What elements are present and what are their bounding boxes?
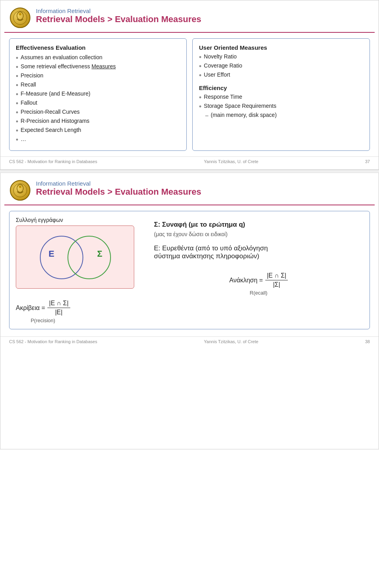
slide2-header-text: Information Retrieval Retrieval Models >…: [36, 180, 201, 197]
list-item: • R-Precision and Histograms: [16, 118, 180, 125]
slide1-footer: CS 562 - Motivation for Ranking in Datab…: [0, 156, 379, 167]
list-item: • …: [16, 136, 180, 143]
formula-recall-block: Ανάκληση = |E ∩ Σ| |Σ| R(ecall): [154, 272, 363, 296]
slide2-subtitle: Information Retrieval: [36, 180, 201, 187]
page-divider: [0, 170, 379, 173]
list-item: • Storage Space Requirements: [199, 103, 363, 110]
circle-e-label: E: [49, 249, 54, 259]
e-description-title2: σύστημα ανάκτησης πληροφοριών): [154, 252, 259, 260]
list-item: • Coverage Ratio: [199, 62, 363, 70]
item-text: Coverage Ratio: [204, 62, 242, 69]
slide-1: Information Retrieval Retrieval Models >…: [0, 0, 379, 170]
list-item: • F-Measure (and E-Measure): [16, 90, 180, 98]
formula-precision: Ακρίβεια = |E ∩ Σ| |E| P(recision): [16, 300, 70, 323]
circle-sigma-label: Σ: [97, 249, 102, 259]
item-text: Recall: [21, 81, 36, 88]
item-text: Response Time: [204, 94, 242, 100]
slide1-left-box: Effectiveness Evaluation • Assumes an ev…: [9, 38, 187, 151]
item-text: User Effort: [204, 71, 230, 78]
item-text: Some retrieval effectiveness Measures: [21, 63, 116, 70]
formula-recall: Ανάκληση = |E ∩ Σ| |Σ| R(ecall): [154, 272, 363, 296]
efficiency-title: Efficiency: [199, 85, 363, 91]
fraction-precision: |E ∩ Σ| |E|: [47, 300, 70, 316]
e-description-title: Ε: Ευρεθέντα (από το υπό αξιολόγηση: [154, 244, 268, 252]
svg-point-2: [19, 13, 21, 15]
slide1-content: Effectiveness Evaluation • Assumes an ev…: [0, 33, 379, 156]
list-item: • Fallout: [16, 100, 180, 107]
formula-recall-name: Ανάκληση =: [229, 277, 263, 284]
logo-coin-1: [10, 8, 30, 28]
slide2-header: Information Retrieval Retrieval Models >…: [0, 173, 379, 205]
footer-left: CS 562 - Motivation for Ranking in Datab…: [9, 339, 97, 344]
slide2-footer: CS 562 - Motivation for Ranking in Datab…: [0, 336, 379, 347]
precision-label: P(recision): [31, 317, 55, 323]
fraction-precision-den: |E|: [53, 308, 64, 316]
list-item: • Recall: [16, 81, 180, 89]
item-text: R-Precision and Histograms: [21, 118, 89, 124]
venn-left: Συλλογή εγγράφων E Σ Α: [16, 217, 142, 323]
fraction-recall-den: |Σ|: [271, 280, 281, 288]
formula-precision-eq: Ακρίβεια = |E ∩ Σ| |E|: [16, 300, 70, 316]
footer-left: CS 562 - Motivation for Ranking in Datab…: [9, 159, 97, 164]
list-item: • Novelty Ratio: [199, 53, 363, 61]
circle-sigma: [68, 236, 111, 279]
slide1-left-list: • Assumes an evaluation collection • Som…: [16, 54, 180, 143]
list-item: – (main memory, disk space): [199, 112, 363, 118]
collection-label: Συλλογή εγγράφων: [16, 217, 63, 223]
slide1-title: Retrieval Models > Evaluation Measures: [36, 14, 201, 24]
evaluation-text: Evaluation: [54, 44, 86, 51]
recall-label: R(ecall): [250, 290, 268, 296]
venn-right: Σ: Συναφή (με το ερώτημα q) (μας τα έχου…: [154, 217, 363, 296]
item-text: Assumes an evaluation collection: [21, 54, 102, 60]
list-item: • Precision: [16, 72, 180, 80]
logo-coin-2: [10, 180, 30, 201]
sigma-description-title: Σ: Συναφή (με το ερώτημα q): [154, 221, 363, 229]
footer-center: Yannis Tzitzikas, U. of Crete: [204, 159, 259, 164]
slide1-left-title: Effectiveness Evaluation: [16, 44, 180, 51]
list-item: • Precision-Recall Curves: [16, 109, 180, 116]
footer-page: 37: [365, 159, 370, 164]
formula-precision-name: Ακρίβεια =: [16, 304, 45, 312]
list-item: • User Effort: [199, 71, 363, 79]
item-text: Precision: [21, 72, 43, 79]
item-text: Expected Search Length: [21, 127, 81, 133]
footer-center: Yannis Tzitzikas, U. of Crete: [204, 339, 259, 344]
item-text: (main memory, disk space): [211, 112, 277, 118]
list-item: • Assumes an evaluation collection: [16, 54, 180, 62]
slide2-main-box: Συλλογή εγγράφων E Σ Α: [9, 211, 370, 329]
slide1-header-text: Information Retrieval Retrieval Models >…: [36, 8, 201, 24]
item-text: Novelty Ratio: [204, 53, 236, 60]
list-item: • Response Time: [199, 94, 363, 101]
item-text: Precision-Recall Curves: [21, 109, 79, 115]
slide1-header: Information Retrieval Retrieval Models >…: [0, 0, 379, 32]
slide1-right-box: User Oriented Measures • Novelty Ratio •…: [192, 38, 370, 151]
user-oriented-title: User Oriented Measures: [199, 44, 363, 51]
fraction-recall: |E ∩ Σ| |Σ|: [265, 272, 288, 288]
fraction-recall-num: |E ∩ Σ|: [265, 272, 288, 280]
slide1-right-list1: • Novelty Ratio • Coverage Ratio • User …: [199, 53, 363, 79]
formula-recall-eq: Ανάκληση = |E ∩ Σ| |Σ|: [229, 272, 288, 288]
slide-2: Information Retrieval Retrieval Models >…: [0, 173, 379, 449]
item-text: Fallout: [21, 100, 37, 106]
fraction-precision-num: |E ∩ Σ|: [47, 300, 70, 308]
e-description: Ε: Ευρεθέντα (από το υπό αξιολόγηση σύστ…: [154, 244, 363, 260]
venn-section: Συλλογή εγγράφων E Σ Α: [16, 217, 363, 323]
list-item: • Some retrieval effectiveness Measures: [16, 63, 180, 71]
item-text: F-Measure (and E-Measure): [21, 90, 90, 97]
formula-row: Ακρίβεια = |E ∩ Σ| |E| P(recision): [16, 300, 142, 323]
slide2-title: Retrieval Models > Evaluation Measures: [36, 187, 201, 197]
svg-point-5: [19, 186, 21, 188]
effectiveness-bold: Effectiveness: [16, 44, 54, 51]
slide1-right-list2: • Response Time • Storage Space Requirem…: [199, 94, 363, 118]
venn-diagram: E Σ: [16, 225, 134, 289]
list-item: • Expected Search Length: [16, 127, 180, 134]
item-text: …: [21, 136, 26, 142]
sigma-description-sub: (μας τα έχουν δώσει οι ειδικοί): [154, 231, 363, 237]
footer-page: 38: [365, 339, 370, 344]
slide1-subtitle: Information Retrieval: [36, 8, 201, 14]
item-text: Storage Space Requirements: [204, 103, 276, 109]
slide2-content: Συλλογή εγγράφων E Σ Α: [0, 205, 379, 336]
